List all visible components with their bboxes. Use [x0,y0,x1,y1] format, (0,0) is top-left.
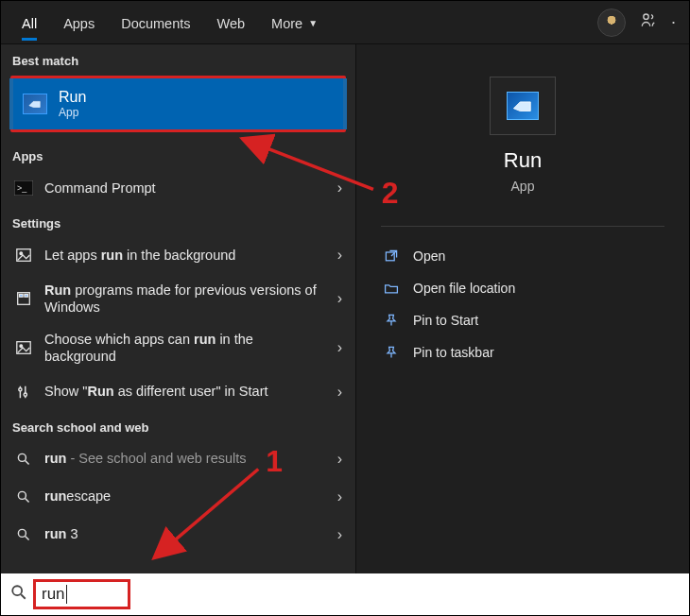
result-web-run[interactable]: run - See school and web results › [1,440,355,478]
svg-point-16 [12,586,22,595]
tab-web-label: Web [217,16,246,31]
chevron-right-icon: › [337,290,342,307]
tab-documents[interactable]: Documents [108,5,203,41]
tab-documents-label: Documents [121,16,190,31]
result-label: runescape [44,488,326,505]
action-open-file-location[interactable]: Open file location [356,272,689,304]
command-prompt-icon: >_ [14,179,33,197]
result-setting-run-as-user[interactable]: Show "Run as different user" in Start › [1,373,355,411]
svg-rect-7 [25,295,28,298]
best-match-title: Run [59,89,86,106]
results-panel: Best match Run App Apps >_ Command Promp… [1,44,355,575]
chevron-down-icon: ▼ [308,18,318,28]
picture-icon [14,338,33,357]
tab-more-label: More [271,16,302,31]
chevron-right-icon: › [337,384,342,401]
result-label: Command Prompt [44,180,326,197]
action-pin-to-taskbar[interactable]: Pin to taskbar [356,336,689,368]
chevron-right-icon: › [337,247,342,264]
result-label: Run programs made for previous versions … [44,282,326,316]
run-app-icon [23,94,47,114]
action-label: Open file location [413,281,515,296]
search-input[interactable]: run [42,585,65,604]
program-icon [14,289,33,308]
svg-point-12 [18,453,26,461]
pin-icon [383,312,400,329]
result-label: run - See school and web results [44,450,326,467]
search-icon [14,450,33,469]
result-label: Let apps run in the background [44,247,326,264]
result-web-run3[interactable]: run 3 › [1,516,355,554]
preview-title: Run [381,148,664,173]
action-label: Pin to taskbar [413,345,494,360]
best-match-subtitle: App [59,106,86,119]
preview-app-tile [490,77,556,135]
svg-point-4 [20,252,23,255]
svg-point-0 [644,14,648,19]
section-best-match: Best match [1,44,355,74]
result-setting-compatibility[interactable]: Run programs made for previous versions … [1,274,355,323]
annotation-highlight-bestmatch: Run App [10,76,346,132]
chevron-right-icon: › [337,526,342,543]
svg-point-13 [18,491,26,499]
svg-point-9 [20,345,23,348]
run-app-icon [507,92,539,120]
svg-point-10 [19,387,22,390]
action-pin-to-start[interactable]: Pin to Start [356,304,689,336]
chevron-right-icon: › [337,180,342,197]
svg-text:>_: >_ [17,183,27,193]
svg-point-11 [24,393,26,396]
chevron-right-icon: › [337,339,342,356]
picture-icon [14,246,33,265]
search-bar[interactable]: run [1,573,689,615]
section-school-web: Search school and web [1,411,355,440]
tab-web[interactable]: Web [204,5,259,41]
chevron-right-icon: › [337,451,342,468]
best-match-item[interactable]: Run App [13,78,343,129]
open-icon [383,248,400,265]
section-apps: Apps [1,140,355,169]
chevron-right-icon: › [337,488,342,505]
section-settings: Settings [1,207,355,236]
action-label: Pin to Start [413,313,478,328]
preview-panel: Run App Open Open file location Pin to S… [355,44,689,575]
result-setting-background-apps[interactable]: Let apps run in the background › [1,236,355,274]
result-label: Show "Run as different user" in Start [44,383,326,400]
feedback-icon[interactable] [639,10,658,34]
preview-subtitle: App [381,179,664,194]
search-icon [14,525,33,544]
result-setting-choose-apps[interactable]: Choose which apps can run in the backgro… [1,323,355,372]
pin-icon [383,344,400,361]
result-label: Choose which apps can run in the backgro… [44,331,326,365]
separator [381,226,664,227]
svg-point-14 [18,529,26,537]
sliders-icon [14,383,33,402]
result-web-runescape[interactable]: runescape › [1,478,355,516]
more-options-icon[interactable]: · [671,12,676,32]
action-open[interactable]: Open [356,240,689,272]
result-command-prompt[interactable]: >_ Command Prompt › [1,169,355,207]
tab-all-label: All [22,16,37,31]
result-label: run 3 [44,525,326,542]
text-cursor [66,585,67,604]
tab-apps-label: Apps [63,16,95,31]
tab-all[interactable]: All [9,5,50,41]
user-avatar[interactable] [597,9,626,37]
annotation-highlight-search: run [33,579,130,609]
folder-icon [383,280,400,297]
search-icon [14,488,33,506]
action-label: Open [413,248,445,264]
tab-more[interactable]: More ▼ [258,5,331,41]
svg-rect-6 [20,295,24,298]
search-icon [10,584,31,606]
tab-apps[interactable]: Apps [50,5,108,41]
